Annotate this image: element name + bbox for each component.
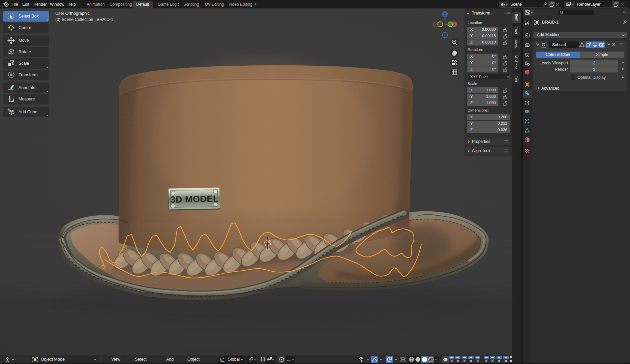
- svg-text:X: X: [453, 23, 455, 26]
- svg-text:Z: Z: [444, 13, 446, 16]
- svg-text:3D MODEL: 3D MODEL: [170, 193, 219, 205]
